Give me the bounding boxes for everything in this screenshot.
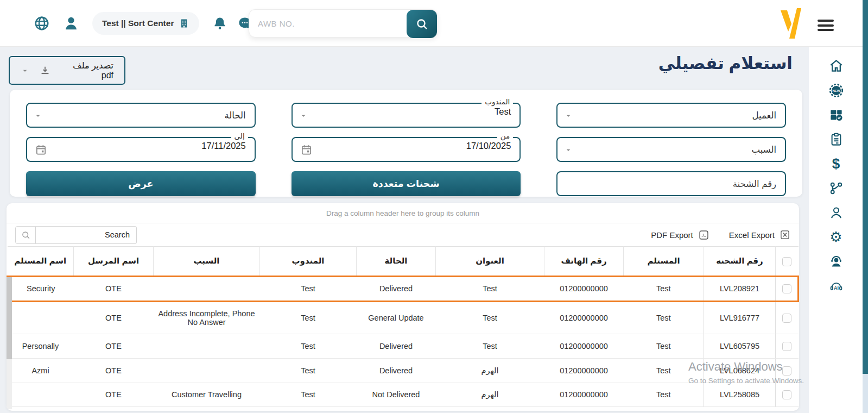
excel-export-label: Excel Export [729, 230, 775, 240]
table-row[interactable]: LVL208921Test01200000000TestDeliveredTes… [8, 276, 799, 302]
sidebar-item-reports[interactable] [829, 132, 844, 147]
workspace-badge[interactable]: Test || Sort Center [92, 12, 199, 35]
sidebar-item-integrations-branch-icon[interactable] [829, 181, 844, 196]
column-header[interactable]: السبب [154, 247, 260, 277]
table-cell [8, 302, 74, 334]
table-cell: OTE [74, 302, 154, 334]
sidebar-item-support-agent[interactable] [829, 254, 844, 269]
show-button[interactable]: عرض [26, 171, 256, 196]
table-cell: Customer Travelling [154, 383, 260, 407]
export-pdf-button[interactable]: تصدير ملف pdf [9, 56, 125, 85]
table-cell: 01200000000 [544, 334, 624, 359]
table-scrollbar[interactable] [7, 277, 12, 409]
excel-export-button[interactable]: Excel Export [729, 229, 790, 240]
menu-hamburger-icon[interactable] [818, 20, 834, 31]
row-checkbox[interactable] [782, 342, 791, 351]
sidebar-item-whats-new[interactable]: NEW [829, 83, 844, 98]
page-scrollbar[interactable] [863, 0, 868, 413]
table-search-input[interactable] [36, 226, 137, 244]
courier-select-label: المندوب [481, 98, 513, 106]
table-cell: Test [436, 276, 544, 302]
multiple-shipments-button[interactable]: شحنات متعددة [292, 171, 521, 196]
sidebar-item-profile[interactable] [829, 205, 844, 220]
column-header[interactable]: العنوان [436, 247, 544, 277]
table-cell: الهرم [436, 358, 544, 383]
awb-search-input[interactable] [249, 10, 407, 37]
reason-select[interactable]: السبب [556, 137, 786, 162]
awb-search-button[interactable] [407, 10, 437, 38]
select-all-checkbox[interactable] [782, 257, 791, 266]
results-table: رقم الشحنهالمستلمرقم الهاتفالعنوانالحالة… [7, 246, 799, 407]
table-cell: Test [436, 302, 544, 334]
table-cell: LVL605795 [704, 334, 776, 359]
search-icon[interactable] [15, 226, 36, 244]
shipment-number-input[interactable] [557, 172, 785, 195]
column-header[interactable]: المندوب [260, 247, 357, 277]
sidebar-item-ai-assistant[interactable]: AI [829, 279, 844, 293]
column-header[interactable]: اسم المستلم [8, 247, 74, 277]
column-header[interactable]: المستلم [624, 247, 704, 277]
pdf-file-icon [698, 229, 709, 241]
search-icon [415, 17, 428, 30]
date-from-field[interactable]: من 17/10/2025 [292, 137, 521, 162]
sidebar-item-finance-dollar-icon[interactable]: $ [829, 157, 844, 171]
courier-select[interactable]: المندوب Test [292, 103, 521, 128]
table-cell: Address Incomplete, Phone No Answer [154, 302, 260, 334]
sidebar-item-settings-gear-icon[interactable]: ⚙ [829, 230, 844, 245]
table-cell: Delivered [357, 358, 436, 383]
table-cell [154, 358, 260, 383]
row-checkbox[interactable] [782, 284, 791, 293]
table-row[interactable]: LVL605795Test01200000000TestDeliveredTes… [8, 334, 799, 359]
row-checkbox[interactable] [782, 366, 791, 376]
chevron-down-icon [34, 111, 42, 120]
reason-select-label: السبب [751, 138, 776, 161]
status-select[interactable]: الحالة [26, 103, 256, 128]
table-cell: 01200000000 [544, 302, 624, 334]
table-cell [8, 383, 74, 407]
table-cell [154, 276, 260, 302]
column-header[interactable]: رقم الهاتف [544, 247, 624, 277]
table-cell: Test [624, 358, 704, 383]
row-checkbox[interactable] [782, 314, 791, 323]
table-cell: Not Delivered [357, 383, 436, 407]
table-header-row: رقم الشحنهالمستلمرقم الهاتفالعنوانالحالة… [8, 247, 799, 277]
sidebar-item-home[interactable] [829, 59, 844, 73]
status-select-label: الحالة [225, 104, 246, 127]
table-row[interactable]: LVL068624Test01200000000الهرمDeliveredTe… [8, 358, 799, 383]
table-row[interactable]: LVL916777Test01200000000TestGeneral Upda… [8, 302, 799, 334]
table-cell: 01200000000 [544, 358, 624, 383]
table-cell: LVL208921 [704, 276, 776, 302]
table-search [15, 226, 137, 244]
table-cell: Personally [8, 334, 74, 359]
company-logo[interactable] [773, 6, 808, 41]
top-header: Test || Sort Center [0, 0, 868, 47]
row-checkbox[interactable] [782, 390, 791, 399]
calendar-icon[interactable] [300, 143, 313, 156]
column-header[interactable]: رقم الشحنه [704, 247, 776, 277]
group-by-hint[interactable]: Drag a column header here to group its c… [7, 203, 799, 223]
client-select[interactable]: العميل [556, 103, 786, 128]
table-cell: LVL068624 [704, 358, 776, 383]
column-header[interactable]: الحالة [357, 247, 436, 277]
table-cell: Delivered [357, 276, 436, 302]
language-globe-icon[interactable] [34, 15, 50, 32]
shipment-number-field [556, 171, 786, 196]
chevron-down-icon [564, 111, 573, 120]
results-table-card: Drag a column header here to group its c… [7, 203, 799, 411]
svg-text:NEW: NEW [832, 89, 840, 92]
page-title: استعلام تفصيلي [658, 53, 793, 73]
client-select-label: العميل [752, 104, 776, 127]
sidebar-item-shipments[interactable] [829, 108, 844, 122]
table-cell [154, 334, 260, 359]
table-row[interactable]: LVL258085Test01200000000الهرمNot Deliver… [8, 383, 799, 407]
calendar-icon[interactable] [35, 143, 47, 156]
date-to-field[interactable]: إلى 17/11/2025 [26, 137, 256, 162]
table-cell: Test [624, 276, 704, 302]
date-to-label: إلى [231, 133, 248, 140]
chevron-down-icon [21, 66, 29, 75]
notifications-bell-icon[interactable] [212, 16, 227, 31]
column-header[interactable]: اسم المرسل [74, 247, 154, 277]
user-profile-icon[interactable] [63, 15, 79, 32]
pdf-export-button[interactable]: PDF Export [651, 229, 709, 241]
export-pdf-label: تصدير ملف pdf [61, 60, 113, 80]
